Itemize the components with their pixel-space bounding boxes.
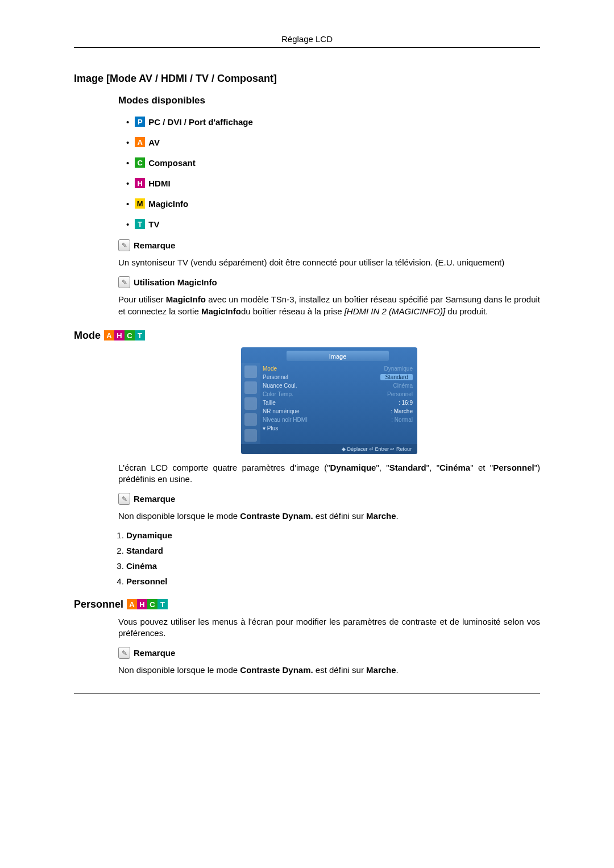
list-item: Personnel: [126, 576, 540, 586]
bullet-icon: •: [126, 158, 129, 168]
mode-badge-a-icon: A: [135, 137, 145, 147]
bullet-icon: •: [126, 178, 129, 188]
note-text: Non disponible lorsque le mode Contraste…: [118, 510, 540, 522]
mode-label: TV: [148, 219, 159, 229]
mode-badge-c-icon: C: [125, 330, 135, 340]
mode-item: • H HDMI: [126, 178, 540, 188]
list-item: Cinéma: [126, 561, 540, 571]
note-icon: ✎: [118, 647, 130, 659]
bullet-icon: •: [126, 117, 129, 127]
modes-list: • P PC / DVI / Port d'affichage • A AV •…: [126, 117, 540, 229]
mode-item: • A AV: [126, 137, 540, 147]
mode-desc: L'écran LCD comporte quatre paramètres d…: [118, 462, 540, 485]
bullet-icon: •: [126, 138, 129, 147]
divider: [74, 693, 540, 693]
mode-badge-t-icon: T: [135, 330, 145, 340]
section-title-image: Image [Mode AV / HDMI / TV / Composant]: [74, 73, 540, 85]
mode-label: HDMI: [148, 178, 170, 188]
list-item: Standard: [126, 546, 540, 555]
note-header: ✎ Remarque: [118, 239, 540, 251]
osd-side-icon: [244, 413, 257, 426]
osd-side-icon: [244, 381, 257, 394]
note-header: ✎ Remarque: [118, 493, 540, 505]
page-header: Réglage LCD: [74, 34, 540, 44]
section-title-mode: Mode A H C T: [74, 330, 540, 342]
note-icon: ✎: [118, 239, 130, 251]
osd-side-icon: [244, 397, 257, 410]
mode-label: Composant: [148, 158, 196, 168]
mode-badge-c-icon: C: [147, 599, 157, 609]
mode-item: • P PC / DVI / Port d'affichage: [126, 117, 540, 127]
mode-badge-h-icon: H: [114, 330, 125, 340]
mode-badge-t-icon: T: [135, 219, 145, 229]
mode-label: AV: [148, 138, 160, 147]
note-label: Remarque: [134, 648, 175, 658]
mode-label: PC / DVI / Port d'affichage: [148, 117, 253, 127]
osd-side-icon: [244, 366, 257, 378]
bullet-icon: •: [126, 219, 129, 229]
mode-badge-h-icon: H: [135, 178, 145, 188]
mode-label: MagicInfo: [148, 199, 188, 209]
modes-title: Modes disponibles: [118, 95, 540, 106]
bullet-icon: •: [126, 199, 129, 209]
note-header: ✎ Remarque: [118, 647, 540, 659]
osd-menu-list: ModeDynamique PersonnelStandard Nuance C…: [260, 363, 417, 444]
note-text: Pour utiliser MagicInfo avec un modèle T…: [118, 294, 540, 317]
osd-footer: ◆ Déplacer ⏎ Entrer ↩ Retour: [241, 444, 417, 454]
mode-badge-a-icon: A: [104, 330, 114, 340]
note-text: Un syntoniseur TV (vendu séparément) doi…: [118, 257, 540, 268]
mode-badge-h-icon: H: [137, 599, 147, 609]
osd-panel: Image ModeDynamique PersonnelStandard Nu…: [241, 347, 417, 454]
osd-title: Image: [287, 351, 389, 361]
note-label: Remarque: [134, 240, 175, 250]
list-item: Dynamique: [126, 530, 540, 540]
mode-badge-t-icon: T: [157, 599, 168, 609]
section-title-personnel: Personnel A H C T: [74, 599, 540, 610]
mode-badge-c-icon: C: [135, 157, 145, 168]
mode-badge-p-icon: P: [135, 117, 145, 127]
note-label: Remarque: [134, 494, 175, 504]
divider: [74, 47, 540, 48]
note-label: Utilisation MagicInfo: [134, 277, 217, 287]
mode-options-list: Dynamique Standard Cinéma Personnel: [126, 530, 540, 586]
personnel-desc: Vous pouvez utiliser les menus à l'écran…: [118, 616, 540, 639]
mode-item: • M MagicInfo: [126, 198, 540, 209]
mode-badge-a-icon: A: [127, 599, 137, 609]
osd-sidebar: [241, 363, 260, 444]
note-icon: ✎: [118, 276, 130, 288]
note-header: ✎ Utilisation MagicInfo: [118, 276, 540, 288]
mode-item: • T TV: [126, 219, 540, 229]
note-text: Non disponible lorsque le mode Contraste…: [118, 665, 540, 676]
mode-item: • C Composant: [126, 157, 540, 168]
osd-side-icon: [244, 429, 257, 442]
mode-badge-m-icon: M: [135, 198, 145, 209]
note-icon: ✎: [118, 493, 130, 505]
